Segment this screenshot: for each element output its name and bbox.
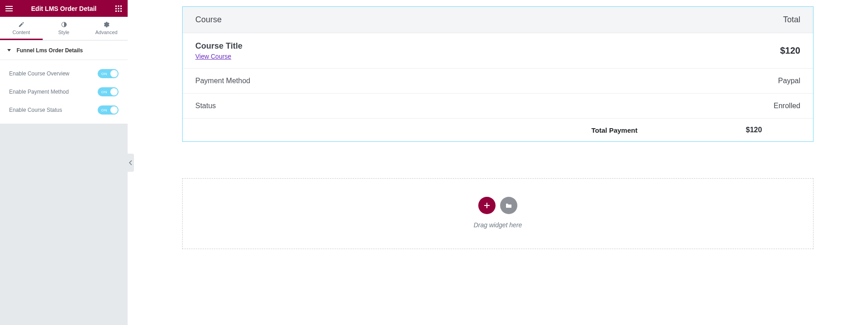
- control-label: Enable Payment Method: [9, 89, 69, 95]
- svg-rect-5: [120, 5, 122, 7]
- dropzone-text: Drag widget here: [183, 221, 813, 229]
- template-library-button[interactable]: [500, 197, 517, 214]
- toggle-payment-method[interactable]: ON: [98, 87, 119, 96]
- toggle-state-label: ON: [101, 108, 107, 112]
- toggle-state-label: ON: [101, 90, 107, 94]
- status-value: Enrolled: [774, 102, 800, 110]
- svg-rect-10: [118, 10, 119, 12]
- sidebar-panel: Edit LMS Order Detail Content Style Adva…: [0, 0, 128, 325]
- tab-style-label: Style: [58, 30, 69, 35]
- tab-content[interactable]: Content: [0, 17, 43, 40]
- order-header: Course Total: [183, 7, 813, 33]
- course-title: Course Title: [195, 41, 243, 51]
- collapse-sidebar-button[interactable]: [128, 154, 134, 172]
- toggle-state-label: ON: [101, 72, 107, 76]
- folder-icon: [506, 202, 512, 209]
- tab-advanced[interactable]: Advanced: [85, 17, 128, 40]
- control-payment-method: Enable Payment Method ON: [9, 83, 119, 101]
- panel-title: Edit LMS Order Detail: [31, 5, 97, 12]
- course-price: $120: [780, 45, 801, 56]
- sidebar-controls: Enable Course Overview ON Enable Payment…: [0, 60, 128, 124]
- control-course-status: Enable Course Status ON: [9, 101, 119, 119]
- total-payment-row: Total Payment $120: [183, 119, 813, 141]
- payment-method-value: Paypal: [778, 77, 800, 85]
- total-payment-label: Total Payment: [591, 126, 746, 134]
- tab-style[interactable]: Style: [43, 17, 85, 40]
- svg-rect-1: [5, 8, 13, 9]
- svg-rect-0: [5, 6, 13, 7]
- sidebar-tabs: Content Style Advanced: [0, 17, 128, 40]
- sidebar-header: Edit LMS Order Detail: [0, 0, 128, 17]
- header-total: Total: [783, 15, 800, 25]
- status-label: Status: [195, 102, 216, 110]
- section-header[interactable]: Funnel Lms Order Details: [0, 40, 128, 60]
- total-payment-value: $120: [746, 126, 800, 134]
- view-course-link[interactable]: View Course: [195, 53, 243, 60]
- payment-method-label: Payment Method: [195, 77, 250, 85]
- tab-advanced-label: Advanced: [95, 30, 118, 35]
- dropzone-buttons: [183, 197, 813, 214]
- svg-rect-3: [115, 5, 117, 7]
- add-section-button[interactable]: [478, 197, 496, 214]
- order-detail-widget[interactable]: Course Total Course Title View Course $1…: [182, 6, 813, 142]
- chevron-down-icon: [7, 49, 11, 51]
- toggle-knob: [110, 70, 118, 77]
- order-row-status: Status Enrolled: [183, 94, 813, 119]
- svg-rect-9: [115, 10, 117, 12]
- main-canvas: Course Total Course Title View Course $1…: [128, 6, 868, 249]
- toggle-knob: [110, 88, 118, 95]
- plus-icon: [484, 202, 490, 209]
- svg-rect-11: [120, 10, 122, 12]
- contrast-icon: [61, 21, 67, 28]
- control-label: Enable Course Status: [9, 107, 62, 113]
- header-course: Course: [195, 15, 222, 25]
- svg-rect-14: [484, 205, 490, 206]
- svg-rect-4: [118, 5, 119, 7]
- svg-rect-8: [120, 8, 122, 9]
- add-section-dropzone[interactable]: Drag widget here: [182, 178, 813, 249]
- svg-rect-7: [118, 8, 119, 9]
- gear-icon: [103, 21, 109, 28]
- control-label: Enable Course Overview: [9, 70, 69, 77]
- svg-rect-6: [115, 8, 117, 9]
- menu-icon[interactable]: [5, 5, 13, 12]
- order-row-payment: Payment Method Paypal: [183, 69, 813, 94]
- toggle-knob: [110, 106, 118, 114]
- tab-content-label: Content: [13, 30, 30, 35]
- order-row-course: Course Title View Course $120: [183, 33, 813, 69]
- toggle-course-status[interactable]: ON: [98, 105, 119, 115]
- apps-icon[interactable]: [115, 5, 122, 12]
- section-title: Funnel Lms Order Details: [16, 47, 83, 54]
- pencil-icon: [18, 21, 25, 28]
- toggle-course-overview[interactable]: ON: [98, 69, 119, 78]
- svg-rect-2: [5, 10, 13, 11]
- chevron-left-icon: [129, 160, 133, 165]
- control-course-overview: Enable Course Overview ON: [9, 65, 119, 83]
